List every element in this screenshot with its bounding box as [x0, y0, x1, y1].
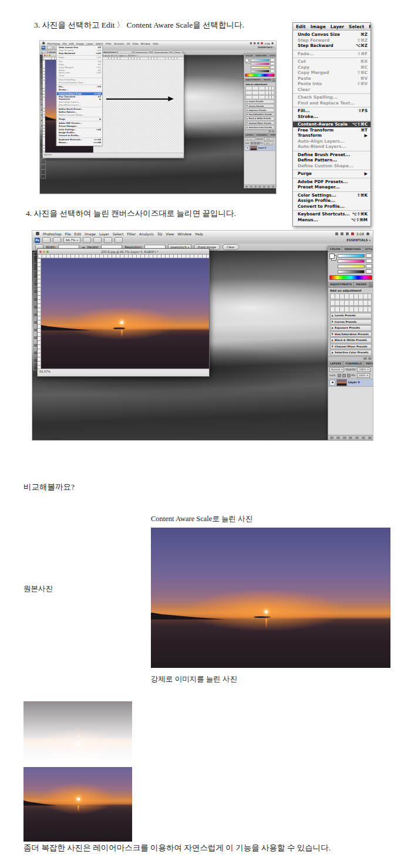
visibility-eye-icon[interactable] [329, 380, 335, 386]
menubar-item[interactable]: Edit [75, 232, 82, 236]
black-slider[interactable] [251, 70, 269, 72]
magenta-slider[interactable] [251, 62, 269, 65]
link-layers-icon[interactable] [330, 437, 333, 439]
window-controls[interactable] [38, 251, 50, 253]
preset-group[interactable]: Curves Presets [245, 104, 274, 108]
panel-tab[interactable]: COLOR [328, 246, 342, 252]
cyan-value-box[interactable] [270, 59, 275, 62]
adjustment-layer-icon[interactable] [349, 437, 352, 439]
menu-item[interactable]: Menus... ⌥⇧⌘M [56, 141, 102, 144]
lock-position-icon[interactable] [257, 142, 260, 144]
panel-tab[interactable]: ADJUSTMENTS [328, 282, 354, 287]
menubar-item[interactable]: View [133, 42, 139, 45]
link-layers-icon[interactable] [245, 185, 248, 187]
delete-layer-icon[interactable] [368, 437, 372, 439]
adjustment-icons-row[interactable] [330, 306, 372, 312]
menubar-item[interactable]: Help [195, 232, 203, 236]
adjustment-icons-row[interactable] [330, 300, 372, 306]
menu-item[interactable]: Assign Profile... [293, 198, 370, 204]
fill-select[interactable]: 100% [264, 141, 273, 145]
panel-tab[interactable]: STYLES [363, 246, 373, 252]
menu-item[interactable]: Free Transform ⌘T [293, 127, 370, 133]
lock-transparency-icon[interactable] [338, 374, 341, 377]
new-layer-icon[interactable] [268, 185, 270, 187]
menubar-item[interactable]: File [65, 232, 71, 236]
window-controls[interactable] [43, 55, 52, 56]
cyan-slider[interactable] [338, 254, 365, 258]
foreground-background-swatches[interactable] [245, 59, 250, 63]
menu-item[interactable]: Paste Into ⇧⌘V [293, 81, 370, 87]
menu-item[interactable]: Cut ⌘X [293, 59, 370, 65]
menu-item[interactable]: Adobe PDF Presets... [293, 179, 370, 185]
menu-bar-item[interactable]: Image [309, 23, 328, 30]
menu-item[interactable]: Content-Aware Scale ⌥⇧⌘C [293, 121, 370, 127]
menu-item[interactable]: Clear [293, 87, 370, 94]
yellow-value-box[interactable] [270, 66, 275, 69]
opacity-select[interactable]: 100% [264, 137, 273, 141]
cyan-slider[interactable] [251, 59, 269, 61]
adjustment-icons-row[interactable] [245, 91, 274, 95]
menu-bar-item[interactable]: Select [347, 23, 366, 30]
menu-item[interactable]: Color Settings... ⇧⌘K [293, 192, 370, 198]
menubar-item[interactable]: Filter [127, 232, 136, 236]
color-spectrum-ramp[interactable] [245, 73, 275, 77]
menu-item[interactable]: Undo Canvas Size ⌘Z [293, 32, 370, 38]
panel-tab[interactable]: LAYERS [328, 361, 343, 366]
panel-tab[interactable]: LAYERS [244, 133, 255, 136]
magenta-value-box[interactable] [270, 62, 275, 65]
preset-group[interactable]: Channel Mixer Presets [330, 344, 372, 350]
menu-item[interactable]: Step Backward ⌥⌘Z [56, 52, 102, 56]
menu-item[interactable]: Stroke... [293, 114, 370, 121]
layer-style-icon[interactable] [336, 437, 340, 439]
adjustment-icons-row[interactable] [330, 293, 372, 299]
menu-item[interactable]: Copy ⌘C [293, 65, 370, 70]
menubar-item[interactable]: 3D [127, 42, 130, 45]
menubar-item[interactable]: 3D [157, 232, 162, 236]
panel-tab[interactable]: STYLES [268, 53, 276, 57]
panel-tab[interactable]: SWATCHES [342, 246, 363, 252]
menu-bar-item[interactable]: Edit [294, 23, 308, 30]
menubar-item[interactable]: Filter [106, 42, 112, 45]
delete-layer-icon[interactable] [272, 185, 274, 187]
menubar-item[interactable]: Analysis [114, 42, 124, 45]
view-extras-button[interactable] [53, 237, 61, 243]
workspace-switcher[interactable]: ESSENTIALS [258, 46, 274, 49]
menubar-item[interactable]: Window [141, 42, 150, 45]
panel-tab[interactable]: MASKS [354, 282, 369, 287]
zoom-percentage[interactable]: 66.67% [44, 153, 52, 156]
preset-group[interactable]: Levels Presets [245, 100, 274, 104]
preset-group[interactable]: Black & White Presets [245, 117, 274, 121]
lock-pixels-icon[interactable] [342, 374, 346, 377]
workspace-switcher[interactable]: ESSENTIALS [346, 238, 370, 242]
magenta-value-box[interactable] [366, 259, 372, 263]
menu-bar-item[interactable]: Filte [367, 23, 370, 30]
menu-item[interactable]: Find and Replace Text... [293, 100, 370, 108]
expand-panel-icon[interactable] [368, 357, 372, 360]
preset-group[interactable]: Hue/Saturation Presets [330, 332, 372, 337]
menu-item[interactable]: Keyboard Shortcuts... ⌥⇧⌘K [293, 211, 370, 217]
return-icon[interactable] [269, 130, 271, 132]
layer-group-icon[interactable] [263, 185, 265, 187]
menu-item[interactable]: Define Pattern... [293, 157, 370, 163]
apple-icon[interactable] [36, 232, 39, 235]
preset-group[interactable]: Channel Mixer Presets [245, 121, 274, 125]
preset-group[interactable]: Curves Presets [330, 319, 372, 325]
menubar-item[interactable]: File [62, 42, 66, 45]
return-icon[interactable] [363, 357, 367, 360]
menubar-item[interactable]: Image [85, 232, 96, 236]
arrange-documents-button[interactable] [104, 237, 112, 243]
hand-tool-button[interactable] [83, 237, 91, 243]
menu-item[interactable]: Convert to Profile... [56, 134, 102, 138]
panel-tab[interactable]: CHANNELS [255, 133, 269, 136]
menubar-item[interactable]: Analysis [139, 232, 154, 236]
menu-item[interactable]: Auto-Blend Layers... [56, 104, 102, 107]
layer-mask-icon[interactable] [254, 185, 257, 187]
menubar-item[interactable]: Edit [69, 42, 74, 45]
black-value-box[interactable] [366, 269, 372, 273]
zoom-percentage[interactable]: 66.67% [39, 370, 50, 373]
menu-item[interactable]: Copy Merged ⇧⌘C [293, 70, 370, 76]
menu-item[interactable]: Find and Replace Text... [56, 82, 102, 85]
menu-item[interactable]: Define Custom Shape... [293, 163, 370, 171]
layer-row[interactable]: Layer 0 [244, 146, 275, 151]
menu-item[interactable]: Keyboard Shortcuts... ⌥⇧⌘K [56, 139, 102, 141]
